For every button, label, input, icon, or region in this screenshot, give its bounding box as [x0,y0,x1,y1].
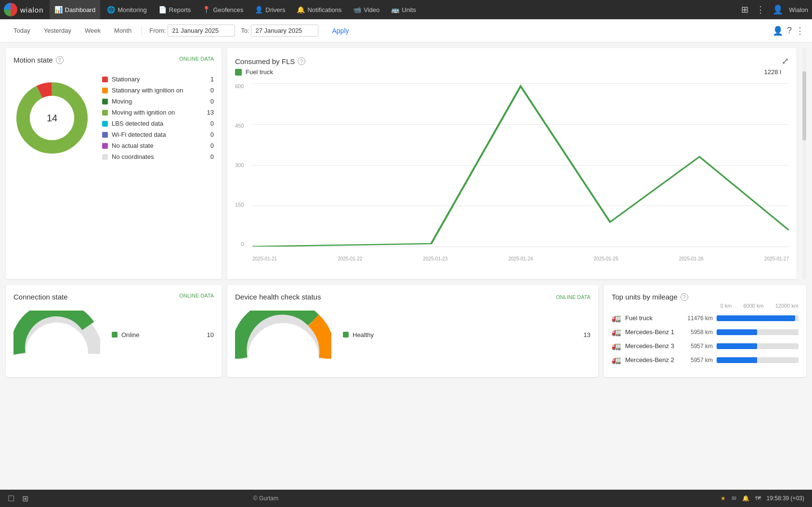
scroll-track[interactable] [802,48,806,279]
drivers-icon: 👤 [255,6,263,13]
bar-fuel-truck: 🚛 Fuel truck 11476 km [612,313,799,323]
video-icon: 📹 [353,6,361,13]
motion-state-content: 14 Stationary 1 Stationary wit [13,74,214,162]
toolbar-right: 👤 ? ⋮ [773,26,804,36]
legend-healthy: Healthy 13 [343,329,590,340]
reports-icon: 📄 [158,6,167,13]
toolbar: Today Yesterday Week Month From: To: App… [0,19,812,42]
fls-legend-label: Fuel truck [246,68,273,76]
mercedes-1-icon: 🚛 [612,327,621,337]
bar-fill-mercedes-2 [717,357,757,363]
fls-line-svg [252,83,789,247]
fls-chart: 600 450 300 150 0 [235,83,789,261]
grid-icon[interactable]: ⊞ [739,3,750,16]
mercedes-2-icon: 🚛 [612,355,621,364]
legend-lbs: LBS detected data 0 [102,118,214,129]
nav-video[interactable]: 📹 Video [348,0,384,19]
no-state-dot [102,143,108,149]
motion-legend: Stationary 1 Stationary with ignition on… [102,74,214,162]
mercedes-3-icon: 🚛 [612,341,621,351]
to-date-input[interactable] [251,25,318,37]
avatar-icon[interactable]: 👤 [773,26,783,36]
scroll-thumb [802,71,806,141]
nav-notifications[interactable]: 🔔 Notifications [292,0,346,19]
more-icon[interactable]: ⋮ [754,3,767,16]
legend-stationary: Stationary 1 [102,74,214,85]
moving-ignition-dot [102,110,108,116]
top-units-help-icon[interactable]: ? [681,293,688,301]
bar-mercedes-2: 🚛 Mercedes-Benz 2 5957 km [612,355,799,364]
device-health-badge: ONLINE DATA [556,294,590,300]
top-units-scale: 0 km 6000 km 12000 km [612,303,799,309]
stationary-ignition-dot [102,88,108,93]
wifi-dot [102,132,108,138]
bar-fill-mercedes-1 [717,329,757,335]
legend-moving-ignition: Moving with ignition on 13 [102,107,214,118]
month-button[interactable]: Month [108,25,137,36]
bar-mercedes-3: 🚛 Mercedes-Benz 3 5957 km [612,341,799,351]
motion-state-card: Motion state ? ONLINE DATA [6,48,222,279]
fls-help-icon[interactable]: ? [298,57,305,65]
motion-donut-chart: 14 [13,79,91,156]
bar-fill-fuel-truck [717,315,795,321]
row-2: Connection state ONLINE DATA [6,285,806,377]
geofences-icon: 📍 [202,6,210,13]
connection-state-card: Connection state ONLINE DATA [6,285,222,377]
dashboard-icon: 📊 [54,6,63,13]
logo-text: wialon [20,6,44,14]
nav-geofences[interactable]: 📍 Geofences [197,0,248,19]
fls-x-labels: 2025-01-21 2025-01-22 2025-01-23 2025-01… [252,256,789,261]
today-button[interactable]: Today [8,25,36,36]
legend-wifi: Wi-Fi detected data 0 [102,129,214,140]
moving-dot [102,99,108,104]
legend-no-coords: No coordinates 0 [102,151,214,162]
bar-mercedes-1: 🚛 Mercedes-Benz 1 5958 km [612,327,799,337]
legend-stationary-ignition: Stationary with ignition on 0 [102,85,214,96]
units-icon: 🚌 [391,6,399,13]
help-icon[interactable]: ? [787,26,792,36]
nav-units[interactable]: 🚌 Units [386,0,421,19]
nav-monitoring[interactable]: 🌐 Monitoring [102,0,152,19]
fls-title: Consumed by FLS [235,57,295,65]
fls-compress-icon[interactable]: ⤢ [782,56,789,66]
lbs-dot [102,121,108,127]
online-dot [112,332,118,338]
fuel-truck-icon: 🚛 [612,313,621,323]
monitoring-icon: 🌐 [107,6,115,13]
toolbar-separator [141,26,142,36]
from-date-input[interactable] [168,25,235,37]
top-units-title: Top units by mileage ? [612,293,799,301]
no-coords-dot [102,154,108,160]
health-content: Healthy 13 [235,311,590,359]
device-health-title: Device health check status [235,293,321,301]
fls-card: Consumed by FLS ? ⤢ Fuel truck 1228 l 60… [227,48,797,279]
legend-no-state: No actual state 0 [102,140,214,151]
to-label: To: [241,27,249,34]
user-icon[interactable]: 👤 [771,3,785,16]
bar-track-mercedes-2 [717,357,799,363]
bar-fill-mercedes-3 [717,343,757,349]
notifications-icon: 🔔 [297,6,305,13]
motion-state-badge: ONLINE DATA [179,56,214,62]
device-health-card: Device health check status ONLINE DATA [227,285,598,377]
username-label: Wialon [789,6,808,13]
motion-state-help-icon[interactable]: ? [56,56,64,64]
donut-center-value: 14 [47,113,57,124]
toolbar-more-icon[interactable]: ⋮ [796,26,804,36]
fls-legend-dot [235,69,242,76]
logo-icon [4,3,17,16]
nav-drivers[interactable]: 👤 Drivers [250,0,290,19]
bar-track-mercedes-3 [717,343,799,349]
bar-track-fuel-truck [717,315,799,321]
connection-donut [13,311,100,359]
nav-dashboard[interactable]: 📊 Dashboard [50,0,101,19]
yesterday-button[interactable]: Yesterday [38,25,77,36]
week-button[interactable]: Week [79,25,106,36]
nav-reports[interactable]: 📄 Reports [154,0,196,19]
apply-button[interactable]: Apply [324,25,356,37]
logo[interactable]: wialon [4,3,44,16]
connection-badge: ONLINE DATA [179,293,214,299]
legend-moving: Moving 0 [102,96,214,107]
connection-content: Online 10 [13,311,214,359]
top-units-card: Top units by mileage ? 0 km 6000 km 1200… [604,285,806,377]
